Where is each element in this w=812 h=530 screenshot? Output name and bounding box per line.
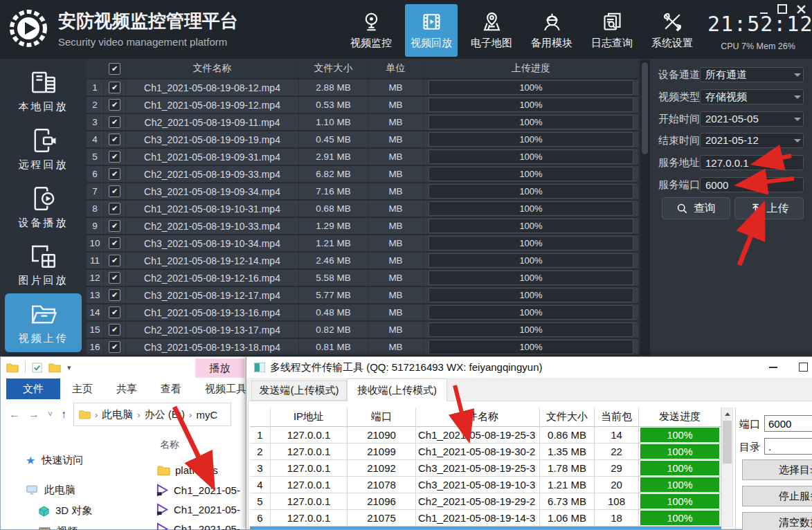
close-icon[interactable] [796, 5, 806, 14]
device-channel-select[interactable]: 所有通道 [700, 67, 804, 82]
check-doc-icon[interactable] [32, 363, 42, 373]
row-checkbox[interactable]: ✔ [104, 114, 126, 130]
server-address-input[interactable] [700, 155, 804, 170]
header-progress[interactable]: 发送进度 [639, 408, 721, 427]
row-checkbox[interactable]: ✔ [104, 131, 126, 147]
list-item-folder[interactable]: platforms [157, 464, 218, 476]
table-row[interactable]: 14 ✔ Ch1_2021-05-08-19-13-16.mp4 0.48 MB… [87, 304, 638, 322]
table-row[interactable]: 8 ✔ Ch1_2021-05-08-19-10-31.mp4 0.68 MB … [87, 201, 638, 218]
transfer-table-row[interactable]: 5 127.0.0.1 21096 Ch2_2021-05-08-19-29-2… [250, 493, 721, 510]
header-file-size[interactable]: 文件大小 [540, 408, 595, 427]
row-checkbox[interactable]: ✔ [104, 183, 126, 199]
toolbar-folder-icon[interactable] [48, 363, 61, 373]
tree-item-quick-access[interactable]: ★ 快速访问 [26, 454, 83, 467]
dir-input[interactable] [764, 438, 812, 455]
end-time-select[interactable]: 2021-05-12 [700, 133, 804, 148]
row-checkbox[interactable]: ✔ [104, 166, 126, 182]
header-packet[interactable]: 当前包 [595, 408, 639, 427]
table-row[interactable]: 9 ✔ Ch2_2021-05-08-19-10-33.mp4 1.29 MB … [87, 218, 638, 235]
tab-share[interactable]: 共享 [105, 378, 149, 399]
scrollbar-up-icon[interactable] [725, 412, 730, 416]
row-checkbox[interactable]: ✔ [104, 339, 126, 355]
header-unit[interactable]: 单位 [368, 59, 424, 78]
transfer-table-row[interactable]: 1 127.0.0.1 21090 Ch1_2021-05-08-19-25-3… [250, 427, 721, 444]
table-row[interactable]: 12 ✔ Ch2_2021-05-08-19-12-16.mp4 5.58 MB… [87, 270, 638, 287]
server-port-input[interactable] [700, 177, 804, 192]
minimize-icon[interactable] [759, 5, 768, 14]
sidebar-item-video-upload[interactable]: 视频上传 [5, 293, 82, 352]
tree-item-3d-objects[interactable]: 3D 对象 [39, 504, 92, 518]
row-checkbox[interactable]: ✔ [104, 235, 126, 251]
clear-data-button[interactable]: 清空数据 [742, 512, 812, 530]
transfer-table-row[interactable]: 2 127.0.0.1 21099 Ch1_2021-05-08-19-30-2… [250, 444, 721, 460]
breadcrumb-drive-e[interactable]: 办公 (E:) [145, 408, 185, 421]
table-row[interactable]: 15 ✔ Ch2_2021-05-08-19-13-17.mp4 0.82 MB… [87, 322, 638, 339]
nav-item-emap[interactable]: 电子地图 [465, 4, 518, 57]
table-row[interactable]: 11 ✔ Ch1_2021-05-08-19-12-14.mp4 2.46 MB… [87, 253, 638, 270]
row-checkbox[interactable]: ✔ [104, 97, 126, 113]
transfer-table-row[interactable]: 3 127.0.0.1 21092 Ch3_2021-05-08-19-25-3… [250, 460, 721, 477]
header-checkbox[interactable]: ✔ [104, 59, 126, 78]
stop-service-button[interactable]: 停止服务 [742, 486, 812, 506]
row-checkbox[interactable]: ✔ [104, 201, 126, 217]
row-checkbox[interactable]: ✔ [104, 287, 126, 303]
header-ip[interactable]: IP地址 [271, 408, 348, 427]
tab-view[interactable]: 查看 [149, 378, 193, 399]
nav-item-video-monitor[interactable]: 视频监控 [345, 4, 397, 57]
maximize-icon[interactable] [777, 5, 787, 14]
tab-file[interactable]: 文件 [6, 378, 60, 399]
column-header-name[interactable]: 名称 [160, 439, 179, 451]
start-time-select[interactable]: 2021-05-05 [700, 111, 804, 127]
row-checkbox[interactable]: ✔ [104, 149, 126, 165]
header-port[interactable]: 端口 [348, 408, 416, 427]
sidebar-item-device-play[interactable]: 设备播放 [0, 184, 87, 230]
nav-item-video-playback[interactable]: 视频回放 [405, 4, 458, 57]
header-file-name[interactable]: 文件名称 [126, 59, 299, 78]
nav-item-settings[interactable]: 系统设置 [646, 4, 698, 57]
tree-item-videos[interactable]: 视频 [39, 525, 78, 530]
list-item-video-file[interactable]: Ch1_2021-05- [156, 484, 240, 497]
header-progress[interactable]: 上传进度 [424, 59, 638, 78]
header-file-size[interactable]: 文件大小 [299, 59, 368, 78]
transfer-scrollbar[interactable] [721, 408, 733, 527]
query-button[interactable]: 查询 [662, 197, 730, 219]
table-row[interactable]: 5 ✔ Ch1_2021-05-08-19-09-31.mp4 2.91 MB … [87, 149, 638, 166]
minimize-icon[interactable] [769, 367, 777, 368]
selected-row-sliver[interactable] [250, 527, 721, 529]
transfer-titlebar[interactable]: 多线程文件传输工具 (QQ: 517216493 WX: feiyangqing… [246, 357, 812, 378]
scrollbar-thumb[interactable] [723, 421, 732, 464]
breadcrumb-folder[interactable]: myC [196, 409, 217, 421]
port-input[interactable] [764, 415, 812, 432]
row-checkbox[interactable]: ✔ [104, 253, 126, 268]
sidebar-item-remote-playback[interactable]: 远程回放 [0, 126, 87, 172]
row-checkbox[interactable]: ✔ [104, 218, 126, 234]
folder-icon[interactable] [6, 363, 19, 373]
row-checkbox[interactable]: ✔ [104, 80, 126, 95]
header-file-name[interactable]: 文件名称 [416, 408, 540, 427]
nav-item-backup-module[interactable]: 备用模块 [525, 4, 578, 57]
tree-item-this-pc[interactable]: 此电脑 [26, 484, 75, 497]
tab-send-mode[interactable]: 发送端(上传模式) [251, 381, 347, 401]
list-item-video-file[interactable]: Ch1_2021-05- [156, 522, 240, 530]
transfer-table-row[interactable]: 4 127.0.0.1 21078 Ch3_2021-05-08-19-10-3… [250, 477, 721, 493]
table-row[interactable]: 13 ✔ Ch3_2021-05-08-19-12-17.mp4 5.77 MB… [87, 287, 638, 304]
nav-item-log-query[interactable]: 日志查询 [586, 4, 638, 57]
tab-home[interactable]: 主页 [60, 378, 105, 399]
transfer-table-row[interactable]: 6 127.0.0.1 21075 Ch1_2021-05-08-19-14-3… [250, 510, 721, 527]
table-row[interactable]: 10 ✔ Ch3_2021-05-08-19-10-34.mp4 1.21 MB… [87, 235, 638, 253]
table-row[interactable]: 3 ✔ Ch2_2021-05-08-19-09-11.mp4 1.10 MB … [87, 114, 638, 131]
table-scrollbar[interactable] [640, 60, 649, 355]
forward-icon[interactable]: → [28, 408, 39, 421]
sidebar-item-image-playback[interactable]: 图片回放 [0, 241, 87, 287]
breadcrumb-this-pc[interactable]: 此电脑 [102, 408, 133, 421]
tab-receive-mode[interactable]: 接收端(上传模式) [347, 378, 447, 401]
table-row[interactable]: 2 ✔ Ch1_2021-05-08-19-09-12.mp4 0.53 MB … [87, 97, 638, 114]
scrollbar-thumb[interactable] [642, 62, 648, 154]
video-type-select[interactable]: 存储视频 [700, 89, 804, 104]
maximize-icon[interactable] [799, 363, 808, 372]
row-checkbox[interactable]: ✔ [104, 304, 126, 320]
upload-button[interactable]: 上传 [734, 197, 804, 219]
row-checkbox[interactable]: ✔ [104, 270, 126, 286]
back-icon[interactable]: ← [9, 408, 20, 421]
explorer-context-tab-play[interactable]: 播放 [195, 358, 244, 378]
